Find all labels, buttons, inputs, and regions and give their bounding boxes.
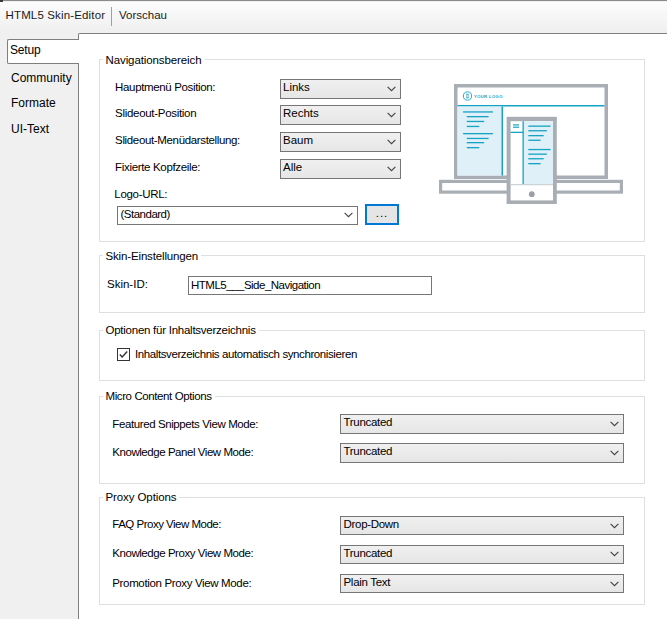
svg-text:YOUR LOGO: YOUR LOGO: [474, 94, 503, 99]
